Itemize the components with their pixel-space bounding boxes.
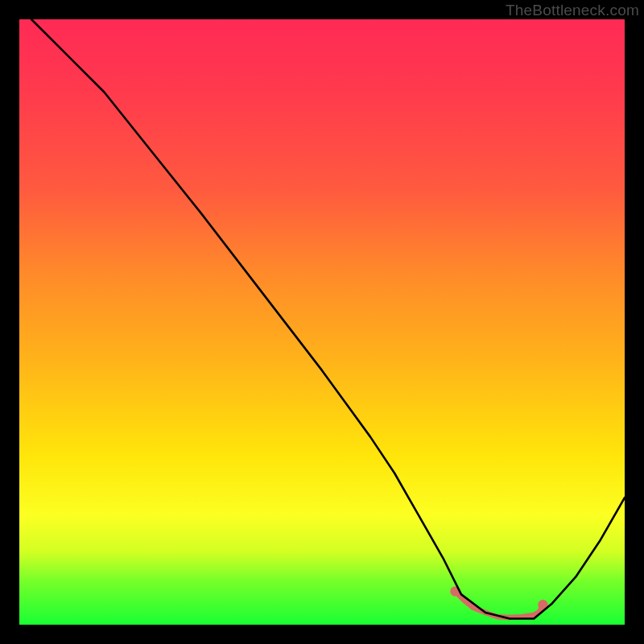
chart-svg (19, 19, 625, 625)
attribution-text: TheBottleneck.com (506, 2, 639, 19)
chart-frame: TheBottleneck.com (0, 0, 644, 644)
flat-segment-highlight (455, 592, 543, 617)
plot-area (19, 19, 625, 625)
bottleneck-curve-line (31, 19, 625, 618)
